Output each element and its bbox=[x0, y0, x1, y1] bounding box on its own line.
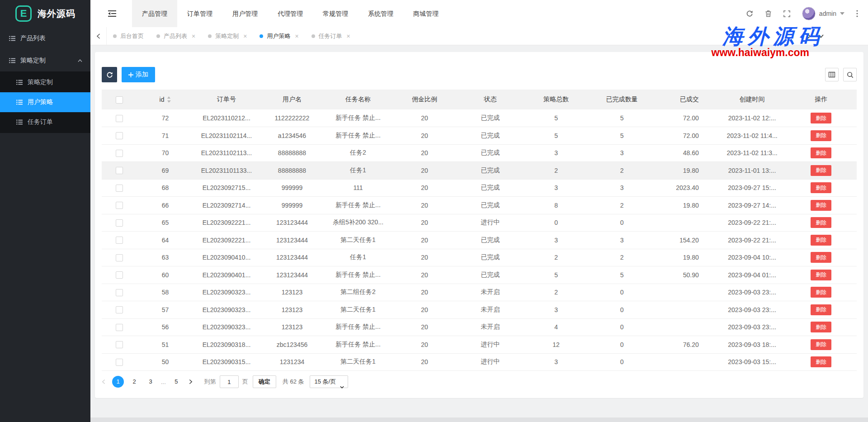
nav-item-产品管理[interactable]: 产品管理 bbox=[132, 0, 177, 27]
sidebar-subitem-用户策略[interactable]: 用户策略 bbox=[0, 92, 90, 112]
row-checkbox[interactable] bbox=[116, 271, 123, 279]
nav-item-常规管理[interactable]: 常规管理 bbox=[313, 0, 358, 27]
nav-item-代理管理[interactable]: 代理管理 bbox=[268, 0, 313, 27]
columns-toggle-icon[interactable] bbox=[825, 68, 839, 81]
delete-button[interactable]: 删除 bbox=[811, 182, 831, 193]
tab-close-icon[interactable]: × bbox=[347, 33, 350, 39]
row-checkbox[interactable] bbox=[116, 237, 123, 244]
row-checkbox[interactable] bbox=[116, 254, 123, 261]
table-toolbar: 添加 bbox=[102, 67, 857, 82]
row-checkbox[interactable] bbox=[116, 132, 123, 139]
delete-button[interactable]: 删除 bbox=[811, 130, 831, 141]
row-checkbox[interactable] bbox=[116, 341, 123, 348]
delete-button[interactable]: 删除 bbox=[811, 113, 831, 123]
refresh-table-button[interactable] bbox=[102, 67, 117, 82]
cell-commission_rate: 20 bbox=[392, 214, 458, 232]
tab-策略定制[interactable]: 策略定制× bbox=[202, 27, 253, 45]
select-all-header-cell bbox=[102, 90, 137, 109]
cell-username: 88888888 bbox=[259, 144, 325, 162]
delete-button[interactable]: 删除 bbox=[811, 235, 831, 246]
tabs-scroll-right-icon[interactable] bbox=[807, 33, 811, 39]
cell-task_name: 新手任务 禁止... bbox=[325, 266, 392, 284]
delete-button[interactable]: 删除 bbox=[811, 339, 831, 350]
row-checkbox[interactable] bbox=[116, 306, 123, 313]
refresh-icon[interactable] bbox=[746, 10, 753, 17]
delete-button[interactable]: 删除 bbox=[811, 252, 831, 263]
cell-username: a1234546 bbox=[259, 127, 325, 145]
sidebar-item-策略定制[interactable]: 策略定制 bbox=[0, 49, 90, 71]
tab-close-icon[interactable]: × bbox=[295, 33, 298, 39]
delete-button[interactable]: 删除 bbox=[811, 270, 831, 280]
cell-strategy_total: 3 bbox=[523, 232, 589, 249]
cell-completed_count: 3 bbox=[589, 232, 655, 249]
nav-item-用户管理[interactable]: 用户管理 bbox=[222, 0, 268, 27]
collapse-menu-icon[interactable] bbox=[103, 0, 121, 27]
page-5[interactable]: 5 bbox=[170, 376, 182, 388]
delete-button[interactable]: 删除 bbox=[811, 322, 831, 332]
sidebar-item-产品列表[interactable]: 产品列表 bbox=[0, 27, 90, 49]
search-icon[interactable] bbox=[843, 68, 857, 81]
page-2[interactable]: 2 bbox=[128, 376, 140, 388]
trash-icon[interactable] bbox=[765, 10, 772, 17]
page-1[interactable]: 1 bbox=[112, 376, 124, 388]
goto-page-input[interactable] bbox=[220, 375, 239, 388]
row-checkbox[interactable] bbox=[116, 167, 123, 174]
nav-item-订单管理[interactable]: 订单管理 bbox=[177, 0, 222, 27]
nav-item-系统管理[interactable]: 系统管理 bbox=[358, 0, 403, 27]
confirm-page-button[interactable]: 确定 bbox=[253, 375, 276, 388]
cell-id: 64 bbox=[137, 232, 193, 249]
cell-completed_count: 5 bbox=[589, 127, 655, 145]
tab-close-icon[interactable]: × bbox=[192, 33, 195, 39]
cell-status: 未开启 bbox=[458, 284, 524, 301]
sidebar-subitem-策略定制[interactable]: 策略定制 bbox=[0, 72, 90, 92]
table-row: 57EL2023090323...123123第二天任务120未开启302023… bbox=[102, 301, 857, 319]
sort-icon[interactable] bbox=[167, 96, 171, 103]
cell-status: 已完成 bbox=[458, 232, 524, 249]
page-size-select[interactable]: 15 条/页 bbox=[310, 375, 349, 388]
row-checkbox[interactable] bbox=[116, 219, 123, 227]
horizontal-scrollbar[interactable] bbox=[90, 417, 868, 422]
more-options-icon[interactable] bbox=[856, 10, 858, 17]
row-checkbox[interactable] bbox=[116, 202, 123, 209]
delete-button[interactable]: 删除 bbox=[811, 165, 831, 176]
tabs-scroll-left-icon[interactable] bbox=[90, 27, 107, 45]
tab-任务订单[interactable]: 任务订单× bbox=[305, 27, 357, 45]
add-button[interactable]: 添加 bbox=[122, 67, 155, 82]
cell-completed_count: 0 bbox=[589, 301, 655, 319]
row-checkbox[interactable] bbox=[116, 324, 123, 331]
cell-created_at: 2023-09-03 23:... bbox=[719, 318, 786, 336]
row-checkbox[interactable] bbox=[116, 289, 123, 296]
fullscreen-icon[interactable] bbox=[783, 10, 790, 17]
delete-button[interactable]: 删除 bbox=[811, 217, 831, 228]
delete-button[interactable]: 删除 bbox=[811, 356, 831, 367]
cell-strategy_total: 4 bbox=[523, 318, 589, 336]
tabs-menu-icon[interactable] bbox=[818, 34, 824, 38]
tab-close-icon[interactable]: × bbox=[243, 33, 247, 39]
select-all-checkbox[interactable] bbox=[116, 96, 123, 104]
nav-item-商城管理[interactable]: 商城管理 bbox=[403, 0, 448, 27]
tab-产品列表[interactable]: 产品列表× bbox=[150, 27, 202, 45]
cell-username: 1231234 bbox=[259, 353, 325, 371]
cell-status: 已完成 bbox=[458, 109, 524, 127]
page-3[interactable]: 3 bbox=[145, 376, 156, 388]
delete-button[interactable]: 删除 bbox=[811, 200, 831, 211]
cell-task_name: 新手任务 禁止... bbox=[325, 336, 392, 354]
user-menu[interactable]: admin bbox=[802, 7, 844, 20]
tab-用户策略[interactable]: 用户策略× bbox=[253, 27, 305, 45]
table-row: 65EL2023092221...123123444杀组5补200 320...… bbox=[102, 214, 857, 232]
tab-后台首页[interactable]: 后台首页 bbox=[107, 27, 150, 45]
delete-button[interactable]: 删除 bbox=[811, 147, 831, 158]
sidebar-subitem-任务订单[interactable]: 任务订单 bbox=[0, 112, 90, 132]
row-checkbox[interactable] bbox=[116, 150, 123, 157]
delete-button[interactable]: 删除 bbox=[811, 287, 831, 298]
content-area: 添加 id订单号用户名任务名称佣金比例状态策略总数已完成数量已成交创建时间操作 … bbox=[90, 45, 868, 417]
cell-id: 69 bbox=[137, 162, 193, 180]
row-select-cell bbox=[102, 179, 137, 197]
next-page-icon[interactable] bbox=[189, 379, 193, 384]
row-checkbox[interactable] bbox=[116, 185, 123, 192]
row-checkbox[interactable] bbox=[116, 115, 123, 122]
row-checkbox[interactable] bbox=[116, 359, 123, 366]
delete-button[interactable]: 删除 bbox=[811, 304, 831, 315]
row-actions-cell: 删除 bbox=[785, 249, 857, 266]
prev-page-icon[interactable] bbox=[102, 379, 105, 384]
